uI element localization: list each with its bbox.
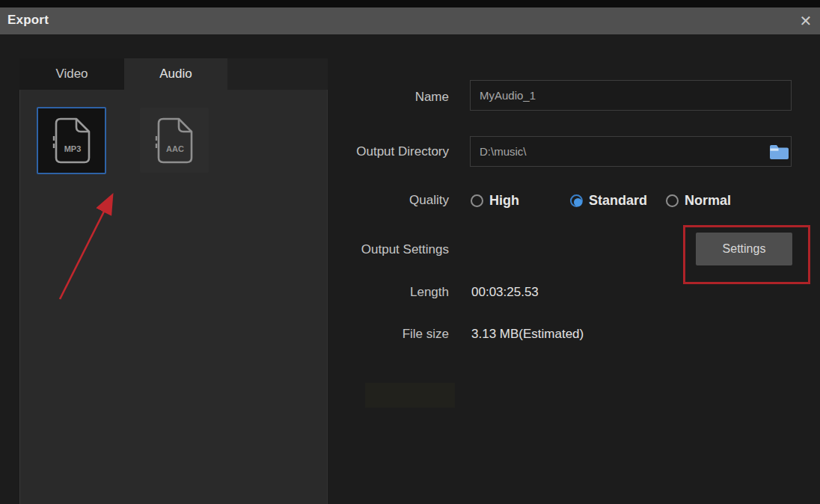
browse-folder-button[interactable] xyxy=(766,141,792,162)
quality-label: Quality xyxy=(314,192,449,209)
dialog-title: Export xyxy=(7,13,49,28)
output-settings-label: Output Settings xyxy=(314,242,449,258)
format-tile-mp3[interactable]: MP3 xyxy=(37,107,106,174)
format-tile-aac[interactable]: AAC xyxy=(140,108,209,173)
name-input[interactable] xyxy=(470,80,792,111)
tab-audio[interactable]: Audio xyxy=(124,58,227,90)
name-label: Name xyxy=(314,89,449,105)
tab-video-label: Video xyxy=(55,67,88,82)
output-directory-label: Output Directory xyxy=(314,144,449,160)
dialog-titlebar: Export ✕ xyxy=(0,7,820,34)
close-button[interactable]: ✕ xyxy=(795,10,817,32)
mp3-label: MP3 xyxy=(64,144,81,153)
annotation-rect xyxy=(683,225,810,284)
annotation-arrow-icon xyxy=(45,176,127,307)
quality-radio-high[interactable]: High xyxy=(471,193,519,209)
close-icon: ✕ xyxy=(800,12,813,30)
tab-audio-label: Audio xyxy=(159,67,192,82)
top-strip xyxy=(0,0,820,7)
quality-radio-standard[interactable]: Standard xyxy=(570,193,647,209)
radio-unselected-icon xyxy=(666,194,679,207)
aac-file-icon: AAC xyxy=(153,117,195,165)
output-directory-input[interactable] xyxy=(470,136,792,167)
quality-normal-label: Normal xyxy=(685,193,731,209)
folder-icon xyxy=(769,144,789,160)
export-dialog: Export ✕ Video Audio MP3 AAC xyxy=(0,0,820,504)
file-size-value: 3.13 MB(Estimated) xyxy=(471,326,584,342)
quality-standard-label: Standard xyxy=(589,193,647,209)
length-value: 00:03:25.53 xyxy=(471,284,539,301)
aac-label: AAC xyxy=(166,144,184,153)
radio-unselected-icon xyxy=(471,194,483,207)
quality-high-label: High xyxy=(489,193,519,209)
tab-row-spacer xyxy=(227,58,328,90)
dimmed-button[interactable] xyxy=(365,383,455,408)
mp3-file-icon: MP3 xyxy=(51,117,93,165)
radio-selected-icon xyxy=(570,194,583,207)
file-size-label: File size xyxy=(314,326,449,342)
tab-video[interactable]: Video xyxy=(19,58,124,90)
length-label: Length xyxy=(314,284,449,301)
quality-radio-normal[interactable]: Normal xyxy=(666,193,731,209)
